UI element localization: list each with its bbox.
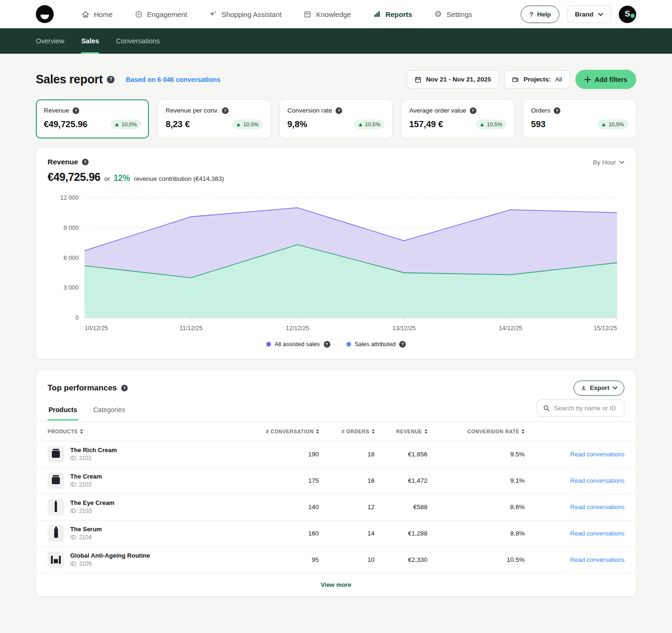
help-tooltip-icon[interactable]: ? xyxy=(121,385,128,391)
kpi-card-revenue[interactable]: Revenue ? €49,725.96 10,5% xyxy=(36,99,149,138)
nav-item-settings[interactable]: ⚙ Settings xyxy=(434,10,472,18)
date-range-picker[interactable]: Nov 21 - Nov 21, 2025 xyxy=(407,70,499,89)
kpi-label: Average order value xyxy=(409,107,466,114)
search-input[interactable] xyxy=(554,405,618,412)
svg-text:13/12/25: 13/12/25 xyxy=(393,325,416,332)
triangle-up-icon xyxy=(602,123,606,126)
product-name: The Rich Cream xyxy=(70,446,117,454)
help-tooltip-icon[interactable]: ? xyxy=(73,107,79,114)
gear-icon: ⚙ xyxy=(434,10,443,18)
product-thumbnail-tube xyxy=(48,499,64,515)
help-tooltip-icon[interactable]: ? xyxy=(554,107,560,114)
search-box xyxy=(537,399,624,417)
nav-label: Reports xyxy=(385,10,412,18)
product-id: ID: 2103 xyxy=(70,508,115,514)
top-navigation: Home Engagement Shopping Assistant Knowl… xyxy=(0,0,672,28)
nav-item-knowledge[interactable]: Knowledge xyxy=(303,10,351,18)
kpi-delta-badge: 10,5% xyxy=(476,120,507,129)
download-icon xyxy=(581,385,587,391)
product-name: Global Anti-Ageing Routine xyxy=(70,552,150,559)
read-conversations-link[interactable]: Read conversations xyxy=(570,503,624,511)
nav-label: Settings xyxy=(447,10,472,18)
tab-products[interactable]: Products xyxy=(48,401,78,421)
legend-dot xyxy=(346,342,351,347)
user-avatar[interactable]: S xyxy=(619,6,636,23)
sort-icon xyxy=(425,429,427,434)
plus-icon xyxy=(584,76,591,83)
kpi-delta-badge: 10,5% xyxy=(598,120,628,129)
home-icon xyxy=(81,10,90,18)
header-actions: Nov 21 - Nov 21, 2025 Projects: All Add … xyxy=(407,70,636,89)
kpi-value: 8,23 € xyxy=(165,119,189,130)
revenue-chart-svg: 10/12/2511/12/2512/12/2513/12/2514/12/25… xyxy=(48,191,624,338)
help-tooltip-icon[interactable]: ? xyxy=(470,107,476,114)
granularity-dropdown[interactable]: By Hour xyxy=(593,159,624,166)
help-label: Help xyxy=(537,11,551,18)
nav-item-engagement[interactable]: Engagement xyxy=(134,10,187,18)
export-button[interactable]: Export xyxy=(574,381,624,396)
kpi-card-revenue-per-conv[interactable]: Revenue per conv. ? 8,23 € 10,5% xyxy=(157,99,270,138)
kpi-card-average-order-value[interactable]: Average order value ? 157,49 € 10,5% xyxy=(401,99,514,138)
kpi-card-conversion-rate[interactable]: Conversion rate ? 9,8% 10,5% xyxy=(279,99,393,138)
read-conversations-link[interactable]: Read conversations xyxy=(570,477,624,484)
kpi-delta-badge: 10,5% xyxy=(232,120,263,129)
product-name: The Cream xyxy=(70,473,102,480)
cell-orders: 18 xyxy=(319,441,375,467)
main-menu: Home Engagement Shopping Assistant Knowl… xyxy=(81,10,472,18)
tab-sales[interactable]: Sales xyxy=(81,28,99,54)
read-conversations-link[interactable]: Read conversations xyxy=(570,530,624,537)
cell-conversion-rate: 9.1% xyxy=(427,467,524,494)
view-more-row: View more xyxy=(36,573,636,596)
target-icon xyxy=(134,10,143,18)
table-row: The CreamID: 2102 175 16 €1,472 9.1% Rea… xyxy=(36,467,636,494)
nav-item-home[interactable]: Home xyxy=(81,10,113,18)
help-tooltip-icon[interactable]: ? xyxy=(399,341,406,348)
cell-revenue: €1,288 xyxy=(375,520,427,546)
tab-overview[interactable]: Overview xyxy=(36,28,64,54)
projects-filter[interactable]: Projects: All xyxy=(504,70,570,89)
svg-text:12/12/25: 12/12/25 xyxy=(286,325,310,332)
help-tooltip-icon[interactable]: ? xyxy=(82,159,89,165)
app-logo[interactable] xyxy=(36,5,54,23)
view-more-link[interactable]: View more xyxy=(321,581,352,588)
tab-conversations[interactable]: Conversations xyxy=(116,28,160,54)
table-row: The Eye CreamID: 2103 140 12 €588 8.6% R… xyxy=(36,494,636,520)
cell-orders: 16 xyxy=(319,467,375,494)
kpi-value: 9,8% xyxy=(287,119,307,130)
bottom-spacer xyxy=(36,597,636,620)
help-button[interactable]: ? Help xyxy=(521,6,559,23)
cell-conversion-rate: 10.5% xyxy=(427,546,524,573)
svg-text:14/12/25: 14/12/25 xyxy=(499,325,523,332)
kpi-value: €49,725.96 xyxy=(44,119,88,130)
based-on-conversations-link[interactable]: Based on 6 046 conversations xyxy=(126,76,221,83)
svg-text:3 000: 3 000 xyxy=(64,284,79,291)
product-thumbnail-bottle xyxy=(48,525,64,542)
kpi-delta-badge: 10,5% xyxy=(354,120,385,129)
table-header-row: Products # Conversation # Orders Revenue… xyxy=(36,422,636,441)
help-tooltip-icon[interactable]: ? xyxy=(324,341,330,348)
read-conversations-link[interactable]: Read conversations xyxy=(570,451,624,458)
search-icon xyxy=(543,405,550,412)
cell-conversations: 95 xyxy=(229,546,319,573)
cell-orders: 12 xyxy=(319,494,375,520)
triangle-up-icon xyxy=(237,123,240,126)
help-tooltip-icon[interactable]: ? xyxy=(107,76,115,83)
read-conversations-link[interactable]: Read conversations xyxy=(570,556,624,563)
chart-title: Revenue xyxy=(48,158,78,166)
nav-label: Home xyxy=(94,10,113,18)
add-filters-button[interactable]: Add filters xyxy=(575,70,636,89)
tab-categories[interactable]: Categories xyxy=(92,401,126,421)
revenue-area-chart: 10/12/2511/12/2512/12/2513/12/2514/12/25… xyxy=(48,191,624,338)
help-tooltip-icon[interactable]: ? xyxy=(336,107,342,114)
brand-dropdown[interactable]: Brand xyxy=(567,5,611,23)
column-header-revenue: Revenue xyxy=(375,422,427,441)
nav-item-reports[interactable]: Reports xyxy=(373,10,412,18)
triangle-up-icon xyxy=(480,123,484,126)
kpi-card-orders[interactable]: Orders ? 593 10,5% xyxy=(523,99,636,138)
chart-total-value: €49,725.96 xyxy=(48,171,100,184)
help-tooltip-icon[interactable]: ? xyxy=(222,107,229,114)
product-thumbnail-set xyxy=(48,552,64,568)
table-row: The SerumID: 2104 160 14 €1,288 8.8% Rea… xyxy=(36,520,636,546)
topnav-right-cluster: ? Help Brand S xyxy=(521,5,636,23)
nav-item-shopping-assistant[interactable]: Shopping Assistant xyxy=(209,10,282,18)
